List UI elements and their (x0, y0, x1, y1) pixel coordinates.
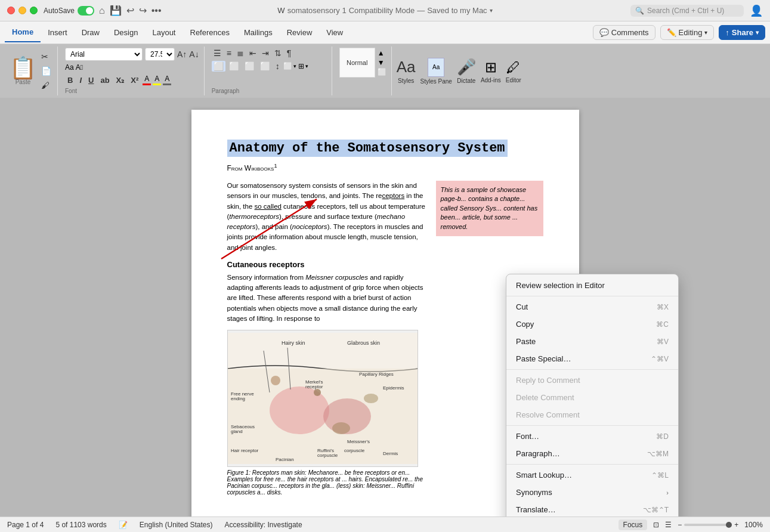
ctx-paste[interactable]: Paste ⌘V (506, 333, 678, 350)
view-layout[interactable]: ☰ (665, 521, 672, 529)
maximize-button[interactable] (30, 7, 38, 14)
font-color-button[interactable]: A (143, 75, 151, 85)
ctx-paragraph[interactable]: Paragraph… ⌥⌘M (506, 445, 678, 462)
increase-font-size-button[interactable]: A↑ (177, 50, 187, 59)
italic-button[interactable]: I (77, 75, 84, 85)
ctx-review-selection[interactable]: Review selection in Editor (506, 277, 678, 294)
cut-icon[interactable]: ✂ (40, 51, 52, 63)
share-button[interactable]: ↑ Share ▾ (719, 25, 765, 40)
sort-button[interactable]: ⇅ (273, 48, 283, 58)
paragraph-shading-button[interactable]: ⬜▾ (283, 62, 296, 70)
home-icon[interactable]: ⌂ (99, 5, 105, 16)
search-bar[interactable]: 🔍 Search (Cmd + Ctrl + U) (630, 5, 744, 17)
superscript-button[interactable]: X² (128, 75, 141, 85)
ctx-synonyms[interactable]: Synonyms › (506, 484, 678, 501)
ctx-paste-special[interactable]: Paste Special… ⌃⌘V (506, 350, 678, 367)
ctx-separator-3 (506, 425, 678, 426)
ctx-translate[interactable]: Translate… ⌥⌘⌃T (506, 501, 678, 516)
copy-icon[interactable]: 📄 (40, 65, 52, 77)
comments-button[interactable]: 💬 Comments (593, 25, 655, 40)
font-family-select[interactable]: Arial (65, 48, 143, 61)
tab-references[interactable]: References (183, 23, 237, 42)
accessibility-button[interactable]: Accessibility: Investigate (225, 521, 302, 529)
redo-icon[interactable]: ↪ (139, 5, 147, 16)
show-formatting-button[interactable]: ¶ (285, 48, 293, 58)
bold-button[interactable]: B (65, 75, 75, 85)
ctx-font[interactable]: Font… ⌘D (506, 428, 678, 445)
decrease-indent-button[interactable]: ⇤ (248, 48, 258, 58)
increase-indent-button[interactable]: ⇥ (260, 48, 271, 58)
styles-scroll-down[interactable]: ▼ (378, 58, 386, 67)
underline-button[interactable]: U (86, 75, 96, 85)
chevron-down-icon[interactable]: ▾ (490, 7, 493, 14)
line-spacing-button[interactable]: ↕ (274, 61, 282, 72)
save-icon[interactable]: 💾 (110, 5, 122, 16)
minimize-button[interactable] (18, 7, 26, 14)
zoom-out-button[interactable]: − (678, 521, 682, 529)
editor-button[interactable]: 🖊 Editor (506, 59, 521, 83)
tab-home[interactable]: Home (5, 23, 41, 42)
ctx-separator-2 (506, 369, 678, 370)
clear-formatting-button[interactable]: A⃝ (76, 63, 83, 72)
bullets-button[interactable]: ☰ (212, 48, 223, 58)
editing-button[interactable]: ✏️ Editing ▾ (660, 25, 715, 40)
tab-draw[interactable]: Draw (75, 23, 107, 42)
puzzle-icon: ⊞ (485, 59, 497, 76)
microphone-icon: 🎤 (457, 58, 476, 76)
align-left-button[interactable]: ⬜ (212, 61, 225, 72)
zoom-percentage[interactable]: 100% (744, 521, 763, 529)
styles-button[interactable]: Aa Styles (397, 58, 416, 84)
autosave-switch[interactable] (78, 6, 94, 16)
ctx-synonyms-label: Synonyms (516, 488, 552, 497)
numbering-button[interactable]: ≡ (225, 48, 233, 58)
dictate-button[interactable]: 🎤 Dictate (457, 58, 476, 84)
ribbon-tabs-left: Home Insert Draw Design Layout Reference… (5, 23, 350, 42)
view-options[interactable]: ⊡ (653, 521, 659, 529)
align-center-button[interactable]: ⬜ (227, 61, 241, 72)
ctx-smart-lookup[interactable]: Smart Lookup… ⌃⌘L (506, 466, 678, 484)
ctx-copy[interactable]: Copy ⌘C (506, 316, 678, 333)
justify-button[interactable]: ⬜ (258, 61, 272, 72)
svg-text:corpuscle: corpuscle (344, 448, 365, 453)
format-painter-icon[interactable]: 🖌 (40, 79, 52, 91)
close-button[interactable] (7, 7, 15, 14)
tab-review[interactable]: Review (280, 23, 320, 42)
zoom-slider[interactable] (684, 524, 732, 526)
decrease-font-size-button[interactable]: A↓ (189, 50, 199, 59)
svg-point-10 (364, 394, 378, 403)
spell-check-icon[interactable]: 📝 (119, 521, 128, 529)
borders-button[interactable]: ⊞▾ (298, 62, 308, 70)
styles-gallery[interactable]: Normal (339, 48, 375, 78)
ctx-smart-lookup-shortcut: ⌃⌘L (651, 471, 669, 480)
editing-label: Editing (679, 28, 703, 37)
styles-scroll-up[interactable]: ▲ (378, 49, 386, 57)
zoom-in-button[interactable]: + (734, 521, 738, 529)
tab-view[interactable]: View (319, 23, 350, 42)
user-avatar[interactable]: 👤 (750, 4, 763, 17)
styles-pane-button[interactable]: Aa Styles Pane (420, 58, 452, 85)
add-ins-button[interactable]: ⊞ Add-ins (481, 59, 501, 83)
strikethrough-button[interactable]: ab (98, 75, 112, 85)
styles-nav: ▲ ▼ ⬜ (378, 49, 386, 76)
font-size-select[interactable]: 27.5 (145, 48, 175, 61)
focus-button[interactable]: Focus (619, 519, 648, 530)
more-icon[interactable]: ••• (151, 5, 162, 16)
tab-layout[interactable]: Layout (145, 23, 183, 42)
multilevel-list-button[interactable]: ≣ (235, 48, 246, 58)
change-case-button[interactable]: Aa (65, 63, 74, 72)
undo-icon[interactable]: ↩ (126, 5, 134, 16)
tab-insert[interactable]: Insert (41, 23, 75, 42)
subscript-button[interactable]: X₂ (114, 75, 127, 85)
shading-button[interactable]: A (163, 75, 171, 85)
paste-button[interactable]: 📋 Paste (10, 57, 36, 85)
tab-mailings[interactable]: Mailings (237, 23, 280, 42)
tab-design[interactable]: Design (107, 23, 145, 42)
align-right-button[interactable]: ⬜ (243, 61, 256, 72)
zoom-thumb[interactable] (726, 522, 732, 528)
svg-point-8 (271, 376, 280, 385)
text-highlight-button[interactable]: A (153, 75, 161, 85)
chevron-down-icon: ▾ (756, 29, 759, 36)
ctx-cut[interactable]: Cut ⌘X (506, 298, 678, 316)
styles-expand[interactable]: ⬜ (378, 68, 386, 76)
clipboard-group: 📋 Paste ✂ 📄 🖌 (5, 47, 58, 95)
